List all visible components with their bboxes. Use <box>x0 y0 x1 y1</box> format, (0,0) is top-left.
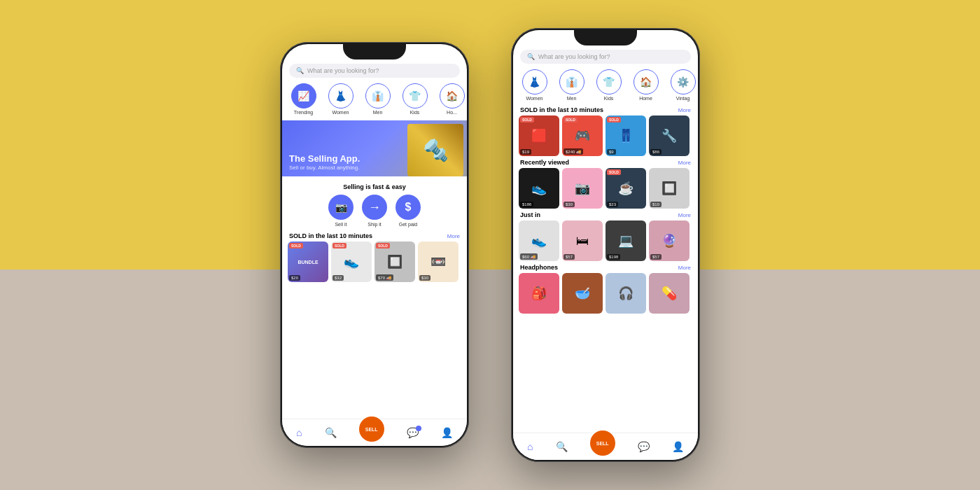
cat-right-icon-women: 👗 <box>522 69 547 94</box>
cat-right-women[interactable]: 👗 Women <box>519 69 550 101</box>
cat-trending[interactable]: 📈 Trending <box>288 83 319 115</box>
product-right-sold-0[interactable]: 🟥 SOLD $19 <box>519 115 559 156</box>
cat-right-men[interactable]: 👔 Men <box>556 69 587 101</box>
nav-search-left[interactable]: 🔍 <box>325 427 337 438</box>
nav-search-right[interactable]: 🔍 <box>556 441 568 452</box>
price-right-ji-1: $57 <box>564 254 575 260</box>
search-bar-right[interactable]: 🔍 What are you looking for? <box>520 50 691 64</box>
nav-home-left[interactable]: ⌂ <box>296 427 302 438</box>
cat-right-vintage[interactable]: ⚙️ Vintag <box>667 69 698 101</box>
price-right-ji-0: $60 🚚 <box>520 253 538 260</box>
product-right-ji-0[interactable]: 👟 $60 🚚 <box>519 220 559 261</box>
nav-sell-right[interactable]: SELL <box>590 438 615 456</box>
cat-home[interactable]: 🏠 Ho... <box>436 83 467 115</box>
step-sell-icon: 📷 <box>328 195 354 220</box>
product-left-2[interactable]: 🔲 SOLD $70 🚚 <box>374 241 415 282</box>
step-getpaid[interactable]: $ Get paid <box>396 195 421 227</box>
fast-title: Selling is fast & easy <box>289 183 460 190</box>
product-right-rv-1[interactable]: 📷 $30 <box>562 168 603 209</box>
sold-products-right: 🟥 SOLD $19 🎮 SOLD $240 🚚 👖 SOLD $9 <box>513 115 698 156</box>
step-getpaid-icon: $ <box>396 195 421 220</box>
cat-women[interactable]: 👗 Women <box>325 83 356 115</box>
home-icon-left: ⌂ <box>296 427 302 438</box>
cat-icon-kids: 👕 <box>402 83 428 108</box>
search-nav-icon-left: 🔍 <box>325 427 337 438</box>
cat-kids[interactable]: 👕 Kids <box>399 83 430 115</box>
sold-more-left[interactable]: More <box>447 233 460 239</box>
cat-label-kids: Kids <box>410 110 420 115</box>
price-right-sold-3: $86 <box>650 149 662 155</box>
cat-right-icon-vintage: ⚙️ <box>671 69 696 94</box>
price-left-0: $20 <box>289 275 300 281</box>
product-img-right-hp-0: 🎒 <box>519 273 559 314</box>
product-right-hp-1[interactable]: 🥣 <box>562 273 603 314</box>
product-left-1[interactable]: 👟 SOLD $32 <box>331 241 372 282</box>
nav-profile-left[interactable]: 👤 <box>441 427 453 438</box>
cat-label-women: Women <box>332 110 349 115</box>
product-right-ji-3[interactable]: 🔮 $57 <box>649 220 690 261</box>
product-left-3[interactable]: 📼 $30 <box>418 241 458 282</box>
price-right-ji-3: $57 <box>650 254 662 260</box>
categories-left: 📈 Trending 👗 Women 👔 Men 👕 Kids <box>282 80 467 118</box>
product-right-sold-3[interactable]: 🔧 $86 <box>649 115 690 156</box>
screen-left: 🔍 What are you looking for? 📈 Trending 👗… <box>282 44 467 446</box>
price-left-3: $30 <box>419 275 430 281</box>
price-right-rv-0: $186 <box>520 202 533 207</box>
nav-messages-right[interactable]: 💬 <box>638 441 650 452</box>
price-right-sold-1: $240 🚚 <box>564 148 583 155</box>
phone-right: 🔍 What are you looking for? 👗 Women 👔 Me… <box>511 28 700 462</box>
recently-more-right[interactable]: More <box>678 160 691 166</box>
categories-right: 👗 Women 👔 Men 👕 Kids 🏠 Home <box>513 66 698 104</box>
justin-more-right[interactable]: More <box>678 212 691 218</box>
cat-right-icon-kids: 👕 <box>596 69 622 94</box>
cat-right-icon-men: 👔 <box>559 69 584 94</box>
product-right-hp-3[interactable]: 💊 <box>649 273 690 314</box>
search-bar-left[interactable]: 🔍 What are you looking for? <box>289 64 460 78</box>
hero-image-left: 🔩 <box>407 124 463 176</box>
hero-banner-left: The Selling App. Sell or buy. Almost any… <box>282 120 467 176</box>
sold-header-left: SOLD in the last 10 minutes More <box>282 230 467 241</box>
product-right-ji-1[interactable]: 🛏 $57 <box>562 220 603 261</box>
cat-right-kids[interactable]: 👕 Kids <box>593 69 624 101</box>
price-right-sold-2: $9 <box>607 149 616 155</box>
phone-left: 🔍 What are you looking for? 📈 Trending 👗… <box>280 42 469 448</box>
cat-icon-home: 🏠 <box>440 83 465 108</box>
product-img-right-hp-3: 💊 <box>649 273 690 314</box>
price-right-rv-3: $10 <box>650 202 662 207</box>
product-right-rv-3[interactable]: 🔲 $10 <box>649 168 690 209</box>
nav-profile-right[interactable]: 👤 <box>672 441 684 452</box>
product-right-rv-0[interactable]: 👟 $186 <box>519 168 559 209</box>
cat-men[interactable]: 👔 Men <box>362 83 393 115</box>
messages-badge-left <box>416 426 421 431</box>
sold-badge-right-0: SOLD <box>520 117 534 122</box>
product-right-rv-2[interactable]: ☕ SOLD $23 <box>606 168 646 209</box>
nav-messages-left[interactable]: 💬 <box>407 427 419 438</box>
step-ship-label: Ship it <box>368 222 381 227</box>
sold-more-right[interactable]: More <box>678 107 691 113</box>
product-right-sold-2[interactable]: 👖 SOLD $9 <box>606 115 646 156</box>
profile-icon-right: 👤 <box>672 441 684 452</box>
price-left-2: $70 🚚 <box>376 274 393 281</box>
product-right-hp-0[interactable]: 🎒 <box>519 273 559 314</box>
sell-button-left[interactable]: SELL <box>359 416 384 442</box>
step-ship[interactable]: → Ship it <box>362 195 387 227</box>
product-right-sold-1[interactable]: 🎮 SOLD $240 🚚 <box>562 115 603 156</box>
product-img-right-hp-2: 🎧 <box>606 273 646 314</box>
sold-badge-left-1: SOLD <box>332 243 346 248</box>
nav-home-right[interactable]: ⌂ <box>527 441 533 452</box>
sell-button-right[interactable]: SELL <box>590 430 615 456</box>
hero-text-left: The Selling App. Sell or buy. Almost any… <box>289 153 360 171</box>
product-right-hp-2[interactable]: 🎧 <box>606 273 646 314</box>
justin-header-right: Just in More <box>513 209 698 220</box>
nav-sell-left[interactable]: SELL <box>359 424 384 442</box>
step-sell[interactable]: 📷 Sell it <box>328 195 354 227</box>
headphones-title-right: Headphones <box>520 264 558 271</box>
cat-right-label-men: Men <box>567 96 577 101</box>
product-left-0[interactable]: BUNDLE SOLD $20 <box>288 241 328 282</box>
headphones-products-right: 🎒 🥣 🎧 💊 <box>513 273 698 314</box>
bottom-nav-right: ⌂ 🔍 SELL 💬 👤 <box>513 433 698 460</box>
headphones-more-right[interactable]: More <box>678 265 691 271</box>
cat-right-home[interactable]: 🏠 Home <box>630 69 662 101</box>
fast-steps: 📷 Sell it → Ship it $ Get paid <box>289 195 460 227</box>
product-right-ji-2[interactable]: 💻 $198 <box>606 220 646 261</box>
